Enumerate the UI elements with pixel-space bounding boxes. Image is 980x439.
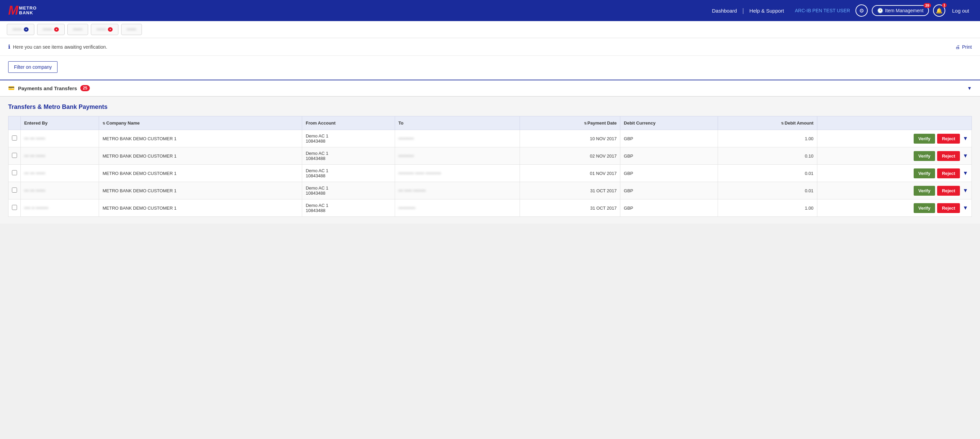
from-account-line1: Demo AC 1: [305, 134, 391, 138]
cell-from-account: Demo AC 110843488: [302, 199, 395, 217]
verify-button[interactable]: Verify: [914, 151, 935, 161]
entered-by-value: ••• ••• ••••••: [24, 136, 45, 141]
reject-button[interactable]: Reject: [937, 134, 960, 144]
row-checkbox-cell: [8, 182, 21, 199]
item-management-button[interactable]: 🕐 Item Management 39: [872, 5, 929, 16]
nav-help-support[interactable]: Help & Support: [744, 8, 789, 14]
info-text-container: ℹ Here you can see items awaiting verifi…: [8, 44, 107, 50]
payment-date-sort-icon: ⇅: [584, 121, 588, 125]
cell-to: ••••••••••: [395, 147, 520, 165]
debit-currency-value: GBP: [624, 188, 633, 193]
cell-to: •••••••••• •••••• ••••••••••: [395, 165, 520, 182]
row-expand-button[interactable]: ▼: [963, 188, 968, 194]
notification-button[interactable]: 🔔 1: [933, 5, 945, 17]
row-checkbox-cell: [8, 199, 21, 217]
info-bar: ℹ Here you can see items awaiting verifi…: [0, 38, 980, 56]
cell-to: ••••••••••: [395, 130, 520, 147]
row-checkbox[interactable]: [12, 188, 17, 192]
tab-item-3[interactable]: ••••••: [67, 24, 88, 35]
row-expand-button[interactable]: ▼: [963, 153, 968, 159]
company-sort-icon: ⇅: [102, 121, 106, 125]
entered-by-value: ••• ••• ••••••: [24, 153, 45, 159]
company-name-value: METRO BANK DEMO CUSTOMER 1: [102, 171, 176, 176]
cell-company-name: METRO BANK DEMO CUSTOMER 1: [99, 165, 302, 182]
cell-entered-by: •••• •• ••••••••: [21, 199, 99, 217]
verify-button[interactable]: Verify: [914, 134, 935, 144]
debit-amount-sort-icon: ⇅: [781, 121, 785, 125]
payments-label: Payments and Transfers: [18, 86, 77, 91]
logo: M METRO BANK: [8, 5, 37, 17]
tab-item-4[interactable]: •••••• •: [91, 24, 118, 35]
table-row: •••• •• ••••••••METRO BANK DEMO CUSTOMER…: [8, 199, 972, 217]
cell-company-name: METRO BANK DEMO CUSTOMER 1: [99, 147, 302, 165]
th-from-account: From Account: [302, 116, 395, 130]
cell-payment-date: 31 OCT 2017: [520, 199, 620, 217]
row-checkbox[interactable]: [12, 153, 17, 158]
cell-debit-amount: 1.00: [718, 199, 817, 217]
cell-debit-amount: 0.01: [718, 182, 817, 199]
to-value: ••••••••••: [398, 136, 414, 141]
gear-icon: ⚙: [859, 8, 864, 14]
tab-label-5: ••••••: [127, 27, 136, 32]
nav-divider: |: [743, 7, 744, 14]
reject-button[interactable]: Reject: [937, 169, 960, 178]
filter-on-company-button[interactable]: Filter on company: [8, 61, 57, 73]
row-expand-button[interactable]: ▼: [963, 205, 968, 211]
item-management-label: Item Management: [885, 8, 924, 13]
tab-item-1[interactable]: •••••• •: [7, 24, 34, 35]
nav-dashboard[interactable]: Dashboard: [706, 8, 742, 14]
reject-button[interactable]: Reject: [937, 186, 960, 196]
cell-actions: Verify Reject ▼: [817, 130, 972, 147]
debit-currency-value: GBP: [624, 205, 633, 211]
tab-item-5[interactable]: ••••••: [121, 24, 142, 35]
table-row: ••• ••• ••••••METRO BANK DEMO CUSTOMER 1…: [8, 182, 972, 199]
cell-debit-amount: 0.10: [718, 147, 817, 165]
to-value: •••••••••••: [398, 205, 415, 211]
print-button[interactable]: 🖨 Print: [955, 44, 972, 50]
debit-amount-value: 1.00: [805, 205, 813, 211]
reject-button[interactable]: Reject: [937, 151, 960, 161]
logout-button[interactable]: Log out: [950, 8, 972, 14]
payments-header[interactable]: 💳 Payments and Transfers 25 ▼: [0, 80, 980, 96]
main-nav: Dashboard | Help & Support ARC-IB PEN TE…: [706, 7, 856, 14]
th-payment-date[interactable]: ⇅ Payment Date: [520, 116, 620, 130]
row-checkbox[interactable]: [12, 135, 17, 140]
cell-entered-by: ••• ••• ••••••: [21, 182, 99, 199]
th-debit-amount[interactable]: ⇅ Debit Amount: [718, 116, 817, 130]
cell-actions: Verify Reject ▼: [817, 147, 972, 165]
filter-section: Filter on company: [0, 56, 980, 80]
user-name: ARC-IB PEN TEST USER: [789, 8, 856, 13]
row-checkbox-cell: [8, 165, 21, 182]
row-expand-button[interactable]: ▼: [963, 135, 968, 142]
bell-icon: 🔔: [936, 8, 943, 14]
from-account-line1: Demo AC 1: [305, 151, 391, 156]
cell-actions: Verify Reject ▼: [817, 199, 972, 217]
cell-debit-currency: GBP: [620, 182, 718, 199]
verify-button[interactable]: Verify: [914, 169, 935, 178]
payments-section: 💳 Payments and Transfers 25 ▼: [0, 80, 980, 97]
table-section-title: Transfers & Metro Bank Payments: [8, 103, 972, 111]
info-message: Here you can see items awaiting verifica…: [13, 44, 107, 50]
th-company-name[interactable]: ⇅ Company Name: [99, 116, 302, 130]
row-checkbox[interactable]: [12, 205, 17, 210]
header-icons: ⚙ 🕐 Item Management 39 🔔 1 Log out: [856, 5, 972, 17]
verify-button[interactable]: Verify: [914, 186, 935, 196]
print-icon: 🖨: [955, 44, 960, 50]
from-account-line1: Demo AC 1: [305, 203, 391, 208]
cell-entered-by: ••• ••• ••••••: [21, 130, 99, 147]
cell-payment-date: 02 NOV 2017: [520, 147, 620, 165]
row-checkbox[interactable]: [12, 170, 17, 175]
tab-item-2[interactable]: •••••• •: [37, 24, 65, 35]
cell-actions: Verify Reject ▼: [817, 165, 972, 182]
row-expand-button[interactable]: ▼: [963, 170, 968, 176]
verify-button[interactable]: Verify: [914, 203, 935, 213]
payment-date-value: 02 NOV 2017: [590, 153, 617, 159]
cell-from-account: Demo AC 110843488: [302, 165, 395, 182]
payment-date-value: 31 OCT 2017: [590, 205, 617, 211]
tab-label-2: ••••••: [43, 27, 52, 32]
payments-chevron-icon: ▼: [967, 86, 972, 91]
cell-from-account: Demo AC 110843488: [302, 147, 395, 165]
gear-button[interactable]: ⚙: [856, 5, 868, 17]
notification-badge: 1: [942, 3, 947, 8]
reject-button[interactable]: Reject: [937, 203, 960, 213]
